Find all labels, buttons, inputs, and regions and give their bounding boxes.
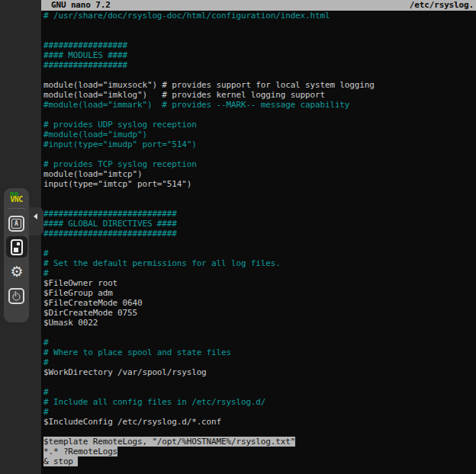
power-icon [12,293,21,301]
editor-line: $DirCreateMode 0755 [43,308,476,318]
nano-titlebar: GNU nano 7.2 /etc/rsyslog. [41,0,476,11]
terminal-window[interactable]: GNU nano 7.2 /etc/rsyslog. # /usr/share/… [41,0,476,474]
disconnect-button[interactable] [8,288,24,304]
editor-line: # Set the default permissions for all lo… [43,258,476,268]
editor-line: #module(load="immark") # provides --MARK… [43,100,476,110]
editor-line: # [43,357,476,367]
fullscreen-button[interactable] [6,236,27,258]
editor-line [43,30,476,40]
editor-line: # [43,268,476,278]
panel-separator [8,208,25,209]
editor-line [43,328,476,338]
editor-line: # [43,387,476,397]
collapse-arrow-icon [34,213,37,219]
editor-line: $FileOwner root [43,278,476,288]
editor-line: module(load="imuxsock") # provides suppo… [43,80,476,90]
settings-button[interactable]: ⚙ [6,261,27,281]
novnc-control-bar: no VNC A ⚙ [4,188,29,322]
novnc-logo: no VNC [4,191,29,203]
editor-line: $FileGroup adm [43,288,476,298]
editor-content[interactable]: # /usr/share/doc/rsyslog-doc/html/config… [43,11,476,474]
editor-line [43,149,476,159]
novnc-logo-vnc: VNC [4,197,29,203]
editor-line: $IncludeConfig /etc/rsyslog.d/*.conf [43,417,476,427]
editor-line [43,189,476,199]
fullscreen-icon-corner [14,248,18,252]
editor-line: ################# [43,40,476,50]
editor-line: ################# [43,60,476,70]
vnc-viewport: GNU nano 7.2 /etc/rsyslog. # /usr/share/… [0,0,476,474]
editor-line: ########################### [43,209,476,219]
editor-line [43,427,476,437]
editor-line: *.* ?RemoteLogs [43,447,476,456]
editor-line: # [43,338,476,347]
editor-line: # provides TCP syslog reception [43,159,476,169]
editor-line: # [43,407,476,417]
a-key-icon: A [11,219,21,229]
extra-keys-button[interactable]: A [8,216,24,232]
editor-line: #input(type="imudp" port="514") [43,139,476,149]
fullscreen-icon-corner [17,242,20,245]
editor-line [43,239,476,248]
editor-line: ########################### [43,229,476,239]
editor-line: # provides UDP syslog reception [43,120,476,130]
editor-line: # Include all config files in /etc/rsysl… [43,397,476,407]
editor-line [43,110,476,120]
editor-line: & stop [43,456,476,466]
gear-icon: ⚙ [10,264,23,279]
editor-line [43,377,476,387]
editor-line: module(load="imtcp") [43,169,476,179]
editor-line: # /usr/share/doc/rsyslog-doc/html/config… [43,11,476,21]
editor-line: # [43,248,476,258]
editor-line [43,21,476,30]
editor-line: $template RemoteLogs, "/opt/%HOSTNAME%/r… [43,437,476,447]
power-icon-line [14,292,17,296]
editor-line [43,70,476,80]
editor-line: module(load="imklog") # provides kernel … [43,90,476,100]
editor-line: $WorkDirectory /var/spool/rsyslog [43,367,476,377]
editor-line: #### GLOBAL DIRECTIVES #### [43,219,476,229]
nano-version-label: GNU nano 7.2 [51,0,111,11]
control-bar-handle[interactable] [27,207,43,235]
editor-line: #module(load="imudp") [43,130,476,139]
editor-line: #### MODULES #### [43,50,476,60]
editor-line [43,199,476,209]
fullscreen-icon [11,239,23,255]
editor-line: # Where to place spool and state files [43,347,476,357]
nano-filename-label: /etc/rsyslog. [410,0,474,11]
editor-line: $FileCreateMode 0640 [43,298,476,308]
editor-line: $Umask 0022 [43,318,476,328]
editor-line: input(type="imtcp" port="514") [43,179,476,189]
